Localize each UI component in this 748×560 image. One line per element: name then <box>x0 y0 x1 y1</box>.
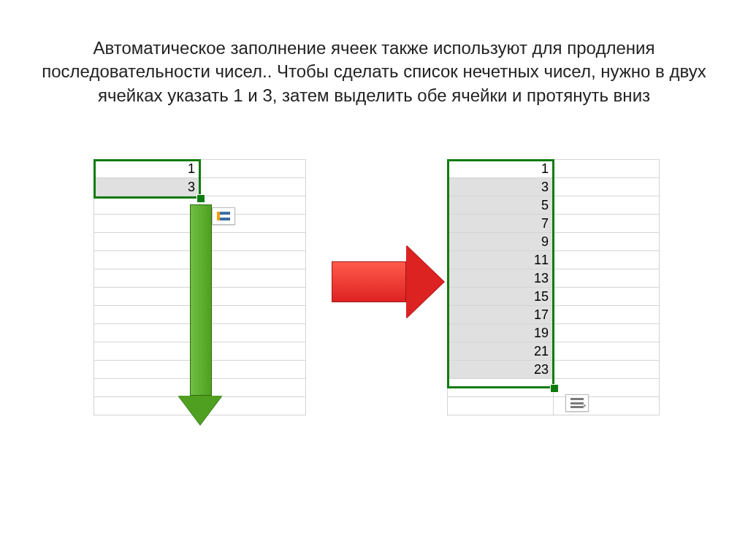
cell[interactable] <box>200 160 306 178</box>
cell[interactable] <box>448 397 554 415</box>
cell[interactable]: 23 <box>448 361 554 379</box>
cell[interactable]: 7 <box>448 215 554 233</box>
result-arrow-icon <box>332 245 444 318</box>
cell[interactable] <box>200 178 306 196</box>
cell[interactable] <box>554 233 660 251</box>
cell[interactable] <box>94 324 200 342</box>
drag-down-arrow-icon <box>190 204 222 425</box>
cell[interactable] <box>554 196 660 215</box>
cell[interactable]: 21 <box>448 342 554 361</box>
cell[interactable] <box>554 269 660 288</box>
cell[interactable] <box>554 160 660 178</box>
cell[interactable] <box>554 306 660 324</box>
autofill-options-button-right[interactable]: + <box>565 394 589 412</box>
fill-handle-left[interactable] <box>196 194 205 203</box>
cell[interactable] <box>94 215 200 233</box>
cell[interactable]: 3 <box>448 178 554 196</box>
cell[interactable] <box>94 251 200 269</box>
cell[interactable] <box>448 379 554 397</box>
cell[interactable]: 1 <box>94 160 200 178</box>
cell[interactable]: 9 <box>448 233 554 251</box>
cell[interactable] <box>94 342 200 361</box>
cell[interactable] <box>94 269 200 288</box>
cell[interactable] <box>554 178 660 196</box>
cell[interactable]: 11 <box>448 251 554 269</box>
cell[interactable]: 15 <box>448 288 554 306</box>
cell[interactable]: 3 <box>94 178 200 196</box>
cell[interactable] <box>554 251 660 269</box>
cell[interactable]: 1 <box>448 160 554 178</box>
cell[interactable] <box>554 324 660 342</box>
cell[interactable] <box>554 215 660 233</box>
cell[interactable] <box>554 288 660 306</box>
cell[interactable] <box>554 342 660 361</box>
cell[interactable]: 13 <box>448 269 554 288</box>
cell[interactable] <box>94 306 200 324</box>
autofill-series-icon: + <box>570 398 584 408</box>
cell[interactable] <box>554 361 660 379</box>
title-text: Автоматическое заполнение ячеек также ис… <box>37 37 711 107</box>
cell[interactable] <box>94 379 200 397</box>
spreadsheet-right: 1 3 5 7 9 11 13 15 17 19 21 23 <box>447 159 660 415</box>
cell[interactable] <box>94 233 200 251</box>
cell[interactable]: 5 <box>448 196 554 215</box>
cell[interactable]: 19 <box>448 324 554 342</box>
cell[interactable]: 17 <box>448 306 554 324</box>
fill-handle-right[interactable] <box>550 384 559 393</box>
cell[interactable] <box>94 196 200 215</box>
cell[interactable] <box>94 361 200 379</box>
cell[interactable] <box>94 288 200 306</box>
